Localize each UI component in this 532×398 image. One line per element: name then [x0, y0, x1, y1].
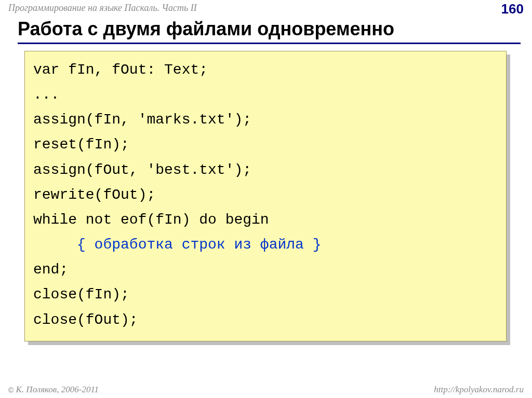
page-number: 160 — [501, 1, 524, 17]
footer-url: http://kpolyakov.narod.ru — [434, 385, 524, 395]
title-underline — [18, 43, 521, 44]
slide-footer: © К. Поляков, 2006-2011 http://kpolyakov… — [0, 385, 532, 395]
slide-title: Работа с двумя файлами одновременно — [18, 18, 394, 40]
code-line: while not eof(fIn) do begin — [33, 208, 498, 232]
code-comment: { обработка строк из файла } — [77, 237, 321, 253]
code-line: reset(fIn); — [33, 132, 498, 157]
code-line: close(fOut); — [33, 308, 498, 333]
code-line: close(fIn); — [33, 282, 498, 307]
slide-header: Программирование на языке Паскаль. Часть… — [0, 0, 532, 16]
header-title: Программирование на языке Паскаль. Часть… — [8, 3, 197, 13]
code-line: assign(fOut, 'best.txt'); — [33, 158, 498, 183]
code-line: rewrite(fOut); — [33, 183, 498, 208]
code-line: assign(fIn, 'marks.txt'); — [33, 107, 498, 132]
code-line: { обработка строк из файла } — [33, 232, 498, 257]
footer-copyright: © К. Поляков, 2006-2011 — [8, 385, 99, 395]
code-line: end; — [33, 257, 498, 282]
code-line: var fIn, fOut: Text; — [33, 58, 498, 83]
code-block: var fIn, fOut: Text; ... assign(fIn, 'ma… — [24, 51, 507, 341]
code-line: ... — [33, 83, 498, 107]
copyright-icon: © — [8, 386, 14, 394]
